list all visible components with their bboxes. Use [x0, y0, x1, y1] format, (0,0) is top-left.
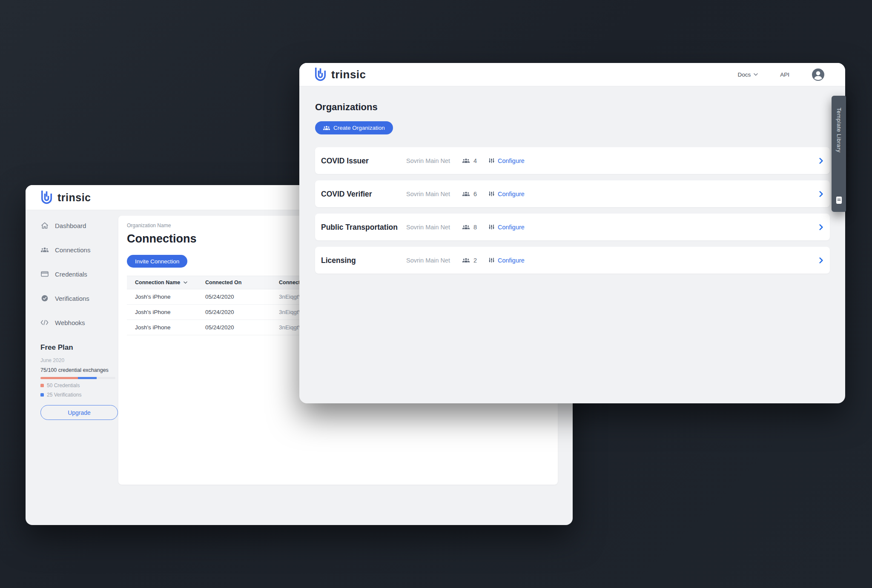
column-connection-name[interactable]: Connection Name	[127, 276, 205, 289]
people-group-icon	[462, 191, 470, 197]
progress-verifications	[78, 377, 97, 379]
user-avatar[interactable]	[812, 68, 825, 81]
code-icon	[40, 320, 49, 325]
plan-section: Free Plan June 2020 75/100 credential ex…	[40, 343, 119, 420]
organization-name: Public Transportation	[321, 223, 398, 231]
template-library-label: Template Library	[836, 108, 842, 153]
sidebar-item-verifications[interactable]: Verifications	[40, 288, 119, 308]
organization-name: Licensing	[321, 256, 356, 265]
sliders-icon	[489, 224, 494, 230]
configure-link[interactable]: Configure	[489, 157, 525, 164]
create-organization-button[interactable]: Create Organization	[315, 121, 393, 134]
organization-list: COVID Issuer Sovrin Main Net 4 Configure…	[315, 147, 830, 274]
legend-verifications: 25 Verifications	[40, 392, 119, 398]
organization-network: Sovrin Main Net	[406, 224, 450, 231]
configure-link[interactable]: Configure	[489, 257, 525, 264]
member-count: 4	[462, 157, 477, 164]
member-count: 6	[462, 191, 477, 197]
member-count: 8	[462, 224, 477, 231]
people-group-icon	[323, 126, 330, 131]
people-group-icon	[462, 225, 470, 230]
trinsic-logo: trinsic	[41, 190, 91, 205]
configure-label: Configure	[498, 191, 525, 197]
organization-card[interactable]: Licensing Sovrin Main Net 2 Configure	[315, 247, 830, 274]
template-library-tab[interactable]: Template Library	[832, 96, 846, 212]
credential-card-icon	[40, 271, 49, 277]
plan-period: June 2020	[40, 357, 119, 363]
app-header: trinsic Docs API	[299, 63, 845, 86]
logo-text: trinsic	[57, 191, 91, 204]
organization-card[interactable]: COVID Verifier Sovrin Main Net 6 Configu…	[315, 180, 830, 207]
trinsic-logo: trinsic	[315, 67, 366, 82]
trinsic-logo-icon	[41, 190, 52, 205]
chevron-right-icon[interactable]	[819, 224, 823, 230]
cell-connected-on: 05/24/2020	[205, 305, 279, 320]
column-label: Connection Name	[135, 280, 180, 285]
sliders-icon	[489, 257, 494, 263]
sidebar-label: Credentials	[55, 271, 87, 278]
progress-credentials	[40, 377, 78, 379]
organization-network: Sovrin Main Net	[406, 191, 450, 197]
organization-network: Sovrin Main Net	[406, 157, 450, 164]
create-organization-label: Create Organization	[333, 125, 385, 131]
trinsic-logo-icon	[315, 67, 326, 82]
sidebar-item-dashboard[interactable]: Dashboard	[40, 216, 119, 235]
people-group-icon	[462, 258, 470, 263]
plan-usage: 75/100 credential exchanges	[40, 367, 119, 373]
organizations-window: trinsic Docs API Organizations	[299, 63, 845, 403]
sidebar-item-credentials[interactable]: Credentials	[40, 264, 119, 284]
cell-connection-name: Josh's iPhone	[127, 305, 205, 320]
organization-name: COVID Issuer	[321, 156, 369, 165]
cell-connection-name: Josh's iPhone	[127, 320, 205, 335]
usage-progress-bar	[40, 377, 115, 379]
invite-connection-label: Invite Connection	[135, 258, 179, 265]
sidebar: Dashboard Connections	[40, 216, 119, 420]
chevron-right-icon[interactable]	[819, 191, 823, 197]
legend-label: 50 Credentials	[47, 382, 80, 388]
sliders-icon	[489, 191, 494, 197]
verifications-swatch	[40, 393, 44, 397]
cell-connected-on: 05/24/2020	[205, 289, 279, 305]
invite-connection-button[interactable]: Invite Connection	[127, 255, 187, 268]
organization-name: COVID Verifier	[321, 189, 372, 198]
people-group-icon	[462, 158, 470, 163]
member-count-value: 2	[473, 257, 477, 264]
configure-link[interactable]: Configure	[489, 191, 525, 197]
sort-chevron-icon	[184, 281, 187, 284]
member-count-value: 6	[473, 191, 477, 197]
column-connected-on: Connected On	[205, 276, 279, 289]
plan-name: Free Plan	[40, 343, 119, 352]
logo-text: trinsic	[331, 68, 366, 81]
legend-label: 25 Verifications	[47, 392, 81, 398]
api-label: API	[780, 71, 789, 78]
nav-api[interactable]: API	[780, 71, 789, 78]
configure-link[interactable]: Configure	[489, 224, 525, 231]
organization-card[interactable]: COVID Issuer Sovrin Main Net 4 Configure	[315, 147, 830, 174]
nav-docs[interactable]: Docs	[737, 71, 758, 78]
member-count-value: 8	[473, 224, 477, 231]
organization-card[interactable]: Public Transportation Sovrin Main Net 8 …	[315, 214, 830, 240]
people-group-icon	[40, 247, 49, 253]
organization-network: Sovrin Main Net	[406, 257, 450, 264]
home-icon	[40, 222, 49, 229]
account-circle-icon	[812, 68, 825, 81]
sidebar-label: Dashboard	[55, 222, 86, 229]
chevron-right-icon[interactable]	[819, 158, 823, 164]
sidebar-item-webhooks[interactable]: Webhooks	[40, 313, 119, 332]
cell-connection-name: Josh's iPhone	[127, 289, 205, 305]
chevron-right-icon[interactable]	[819, 257, 823, 263]
sliders-icon	[489, 158, 494, 163]
member-count: 2	[462, 257, 477, 264]
chevron-down-icon	[754, 73, 758, 76]
upgrade-button[interactable]: Upgrade	[40, 405, 118, 420]
sidebar-label: Webhooks	[55, 319, 85, 326]
configure-label: Configure	[498, 157, 525, 164]
sidebar-label: Connections	[55, 246, 90, 254]
cell-connected-on: 05/24/2020	[205, 320, 279, 335]
member-count-value: 4	[473, 157, 477, 164]
page-title: Organizations	[315, 102, 830, 113]
check-circle-icon	[40, 295, 49, 302]
configure-label: Configure	[498, 257, 525, 264]
sidebar-item-connections[interactable]: Connections	[40, 240, 119, 260]
sidebar-label: Verifications	[55, 295, 89, 302]
